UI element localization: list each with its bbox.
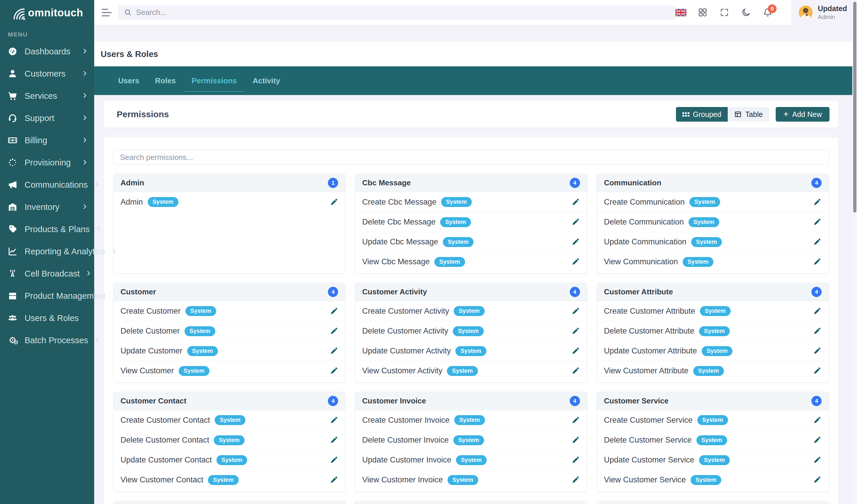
edit-permission-button[interactable] xyxy=(571,456,580,465)
edit-permission-button[interactable] xyxy=(813,456,822,465)
edit-permission-button[interactable] xyxy=(329,307,338,315)
permission-count-badge: 4 xyxy=(811,178,822,188)
system-badge: System xyxy=(434,257,465,267)
permission-label: Create Customer Invoice xyxy=(362,416,450,425)
edit-permission-button[interactable] xyxy=(813,347,822,355)
permission-label: Update Customer Service xyxy=(604,455,694,465)
system-badge: System xyxy=(148,197,179,207)
edit-permission-button[interactable] xyxy=(571,327,580,336)
chevron-right-icon: › xyxy=(95,179,98,189)
permission-label: Create Customer Service xyxy=(604,416,693,425)
permission-group-body: Create Customer Attribute System Delete … xyxy=(597,301,829,381)
grouped-view-button[interactable]: Grouped xyxy=(676,107,728,122)
edit-permission-button[interactable] xyxy=(329,436,338,445)
permission-group-header: Customer Contact 4 xyxy=(114,392,345,410)
content-area: Permissions Grouped Table + Add New xyxy=(94,95,857,504)
edit-permission-button[interactable] xyxy=(571,307,580,315)
edit-permission-button[interactable] xyxy=(329,327,338,336)
permissions-search-input[interactable] xyxy=(113,150,829,164)
apps-grid-icon[interactable] xyxy=(697,7,708,18)
permission-group-body: Create Customer Contact System Delete Cu… xyxy=(114,410,345,490)
sidebar-item-support[interactable]: Support › xyxy=(0,107,94,129)
permission-row: View Communication System xyxy=(597,252,829,272)
permission-row: Admin System xyxy=(114,192,345,212)
permission-row: Create Cbc Message System xyxy=(355,192,587,212)
pencil-icon xyxy=(813,456,821,464)
edit-permission-button[interactable] xyxy=(813,476,822,484)
pencil-icon xyxy=(813,476,821,484)
permission-row: Delete Customer Activity System xyxy=(355,321,587,341)
edit-permission-button[interactable] xyxy=(571,416,580,424)
permission-row: View Customer Contact System xyxy=(114,470,345,490)
permission-count-badge: 4 xyxy=(811,287,822,297)
sidebar-item-product-management[interactable]: Product Management › xyxy=(0,285,94,307)
edit-permission-button[interactable] xyxy=(813,436,822,445)
pencil-icon xyxy=(813,218,821,226)
edit-permission-button[interactable] xyxy=(329,367,338,376)
permission-group-title: Communication xyxy=(604,178,661,187)
table-view-button[interactable]: Table xyxy=(728,107,769,122)
system-badge: System xyxy=(696,435,727,445)
tab-users[interactable]: Users xyxy=(117,76,140,85)
language-flag-button[interactable] xyxy=(675,7,687,18)
megaphone-icon xyxy=(7,180,18,190)
sidebar-item-provisioning[interactable]: Provisioning › xyxy=(0,152,94,174)
permission-group-body: Create Cbc Message System Delete Cbc Mes… xyxy=(355,192,587,272)
edit-permission-button[interactable] xyxy=(813,367,822,376)
sidebar-item-inventory[interactable]: Inventory › xyxy=(0,196,94,218)
edit-permission-button[interactable] xyxy=(813,258,822,266)
add-new-button[interactable]: + Add New xyxy=(776,107,829,122)
hamburger-icon[interactable] xyxy=(102,9,112,16)
bell-icon[interactable]: 0 xyxy=(762,7,773,18)
system-badge: System xyxy=(179,366,209,376)
permissions-heading: Permissions xyxy=(117,109,169,119)
permission-group-body: Create Communication System Delete Commu… xyxy=(597,192,829,272)
search-icon xyxy=(124,8,132,16)
edit-permission-button[interactable] xyxy=(813,238,822,246)
sidebar-item-cell-broadcast[interactable]: Cell Broadcast › xyxy=(0,262,94,285)
edit-permission-button[interactable] xyxy=(571,198,580,206)
sidebar-item-products-plans[interactable]: Products & Plans › xyxy=(0,218,94,240)
system-badge: System xyxy=(699,326,730,336)
permission-label: Delete Customer Contact xyxy=(120,436,209,445)
edit-permission-button[interactable] xyxy=(571,347,580,355)
edit-permission-button[interactable] xyxy=(813,327,822,336)
tab-permissions[interactable]: Permissions xyxy=(190,76,238,85)
search-input[interactable] xyxy=(136,8,670,17)
edit-permission-button[interactable] xyxy=(571,258,580,266)
sidebar-item-dashboards[interactable]: Dashboards › xyxy=(0,40,94,63)
scrollbar-thumb[interactable] xyxy=(853,2,856,212)
user-menu[interactable]: Updated Admin xyxy=(791,0,857,25)
sidebar-item-batch-processes[interactable]: ⚙⚙ Batch Processes › xyxy=(0,329,94,351)
permission-group-title: Customer Attribute xyxy=(604,288,673,296)
sidebar-item-billing[interactable]: Billing › xyxy=(0,129,94,152)
tab-roles[interactable]: Roles xyxy=(154,76,177,85)
edit-permission-button[interactable] xyxy=(571,218,580,227)
edit-permission-button[interactable] xyxy=(329,416,338,424)
edit-permission-button[interactable] xyxy=(329,347,338,355)
edit-permission-button[interactable] xyxy=(571,238,580,246)
edit-permission-button[interactable] xyxy=(329,456,338,465)
edit-permission-button[interactable] xyxy=(329,198,338,206)
permission-label: Delete Customer Service xyxy=(604,436,692,445)
fullscreen-icon[interactable] xyxy=(719,7,730,18)
app-logo[interactable]: omnitouch xyxy=(0,0,94,20)
edit-permission-button[interactable] xyxy=(571,367,580,376)
edit-permission-button[interactable] xyxy=(571,436,580,445)
edit-permission-button[interactable] xyxy=(813,307,822,315)
sidebar-item-communications[interactable]: Communications › xyxy=(0,174,94,196)
tab-activity[interactable]: Activity xyxy=(252,76,281,85)
sidebar-item-customers[interactable]: Customers › xyxy=(0,63,94,85)
pencil-icon xyxy=(330,347,338,355)
edit-permission-button[interactable] xyxy=(813,198,822,206)
sidebar-item-reporting-analytics[interactable]: Reporting & Analytics › xyxy=(0,240,94,262)
moon-icon[interactable] xyxy=(740,7,752,18)
edit-permission-button[interactable] xyxy=(571,476,580,484)
edit-permission-button[interactable] xyxy=(329,476,338,484)
permission-row: Create Customer System xyxy=(114,301,345,321)
edit-permission-button[interactable] xyxy=(813,218,822,227)
sidebar-item-users-roles[interactable]: Users & Roles › xyxy=(0,307,94,329)
edit-permission-button[interactable] xyxy=(813,416,822,424)
sidebar-item-services[interactable]: Services › xyxy=(0,85,94,107)
permission-row: Delete Customer Invoice System xyxy=(355,430,587,450)
